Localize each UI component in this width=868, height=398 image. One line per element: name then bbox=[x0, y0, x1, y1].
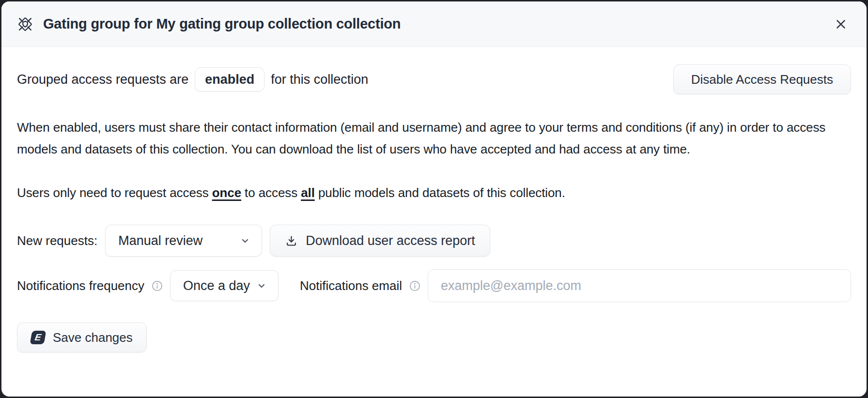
notifications-email-input[interactable] bbox=[428, 269, 851, 302]
download-button-label: Download user access report bbox=[306, 233, 475, 248]
modal-header: Gating group for My gating group collect… bbox=[1, 1, 867, 47]
frequency-selected-value: Once a day bbox=[183, 278, 250, 293]
note-part3: public models and datasets of this colle… bbox=[315, 185, 565, 200]
status-suffix: for this collection bbox=[271, 72, 368, 87]
status-prefix: Grouped access requests are bbox=[17, 72, 188, 87]
notifications-frequency-select[interactable]: Once a day bbox=[170, 270, 279, 301]
new-requests-label: New requests: bbox=[17, 233, 97, 248]
notifications-frequency-label: Notifications frequency bbox=[17, 278, 144, 293]
note-emphasis-all: all bbox=[301, 185, 315, 200]
chevron-down-icon bbox=[239, 235, 251, 246]
info-icon[interactable] bbox=[409, 280, 421, 292]
save-button-label: Save changes bbox=[53, 330, 133, 345]
status-text: Grouped access requests are enabled for … bbox=[17, 67, 368, 92]
note-part1: Users only need to request access bbox=[17, 185, 212, 200]
download-user-access-report-button[interactable]: Download user access report bbox=[270, 225, 490, 257]
modal-title: Gating group for My gating group collect… bbox=[43, 16, 401, 32]
description-text: When enabled, users must share their con… bbox=[17, 117, 851, 160]
notifications-email-label: Notifications email bbox=[300, 278, 402, 293]
save-changes-button[interactable]: E Save changes bbox=[17, 322, 147, 352]
download-icon bbox=[285, 234, 298, 247]
note-part2: to access bbox=[241, 185, 301, 200]
modal-body: Grouped access requests are enabled for … bbox=[1, 47, 867, 397]
status-row: Grouped access requests are enabled for … bbox=[17, 64, 851, 94]
new-requests-selected-value: Manual review bbox=[118, 233, 202, 248]
enter-key-icon: E bbox=[30, 331, 46, 344]
note-emphasis-once: once bbox=[212, 185, 241, 200]
close-icon bbox=[834, 17, 848, 31]
info-icon[interactable] bbox=[151, 280, 163, 292]
new-requests-select[interactable]: Manual review bbox=[105, 225, 262, 257]
note-text: Users only need to request access once t… bbox=[17, 185, 851, 200]
gating-group-modal: Gating group for My gating group collect… bbox=[1, 1, 867, 397]
save-row: E Save changes bbox=[17, 322, 851, 352]
notifications-row: Notifications frequency Once a day Notif… bbox=[17, 269, 851, 302]
status-badge: enabled bbox=[195, 67, 264, 92]
disable-access-requests-button[interactable]: Disable Access Requests bbox=[673, 64, 851, 94]
chevron-down-icon bbox=[256, 280, 267, 291]
close-button[interactable] bbox=[830, 13, 852, 35]
gated-shield-icon bbox=[16, 15, 34, 33]
new-requests-row: New requests: Manual review Download use… bbox=[17, 225, 851, 257]
